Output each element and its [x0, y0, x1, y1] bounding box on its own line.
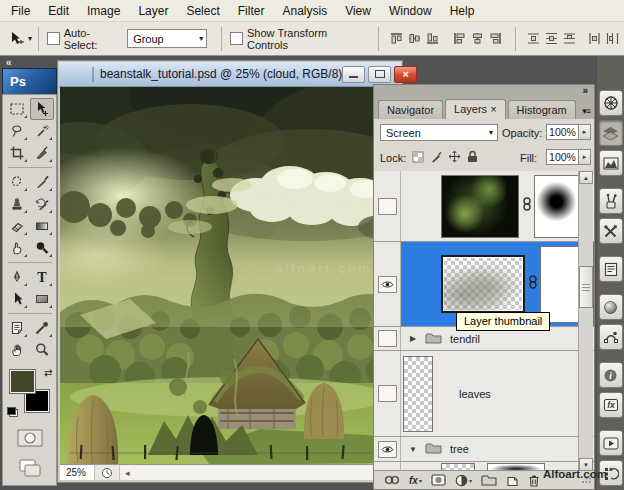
brush-tool[interactable] [30, 171, 54, 193]
scrollbar-thumb[interactable] [579, 266, 593, 308]
tab-histogram[interactable]: Histogram [508, 100, 576, 119]
crop-tool[interactable] [5, 142, 29, 164]
swap-colors-icon[interactable]: ⇄ [44, 367, 52, 378]
healing-tool[interactable] [5, 171, 29, 193]
brushes-panel-icon[interactable] [599, 188, 623, 214]
delete-layer-button[interactable] [528, 474, 540, 487]
layer-row-cloud[interactable] [374, 171, 594, 242]
distribute-left-button[interactable] [587, 31, 602, 46]
align-vcenter-button[interactable] [407, 31, 422, 46]
opacity-value[interactable]: 100% [546, 124, 579, 140]
adjustment-layer-button[interactable]: ▾ [455, 474, 472, 487]
layer-thumbnail[interactable] [441, 175, 519, 238]
menu-window[interactable]: Window [380, 1, 441, 21]
show-transform-checkbox[interactable] [230, 32, 243, 45]
actions-panel-icon[interactable] [599, 430, 623, 456]
panel-menu-icon[interactable]: ▾≡ [582, 106, 590, 116]
layer-name[interactable]: leaves [459, 388, 491, 400]
align-left-button[interactable] [452, 31, 467, 46]
dodge-tool[interactable] [30, 237, 54, 259]
group-name[interactable]: tree [450, 443, 469, 455]
layers-scrollbar[interactable]: ▲ ▼ [578, 171, 593, 471]
visibility-toggle[interactable] [378, 276, 397, 293]
lock-all-icon[interactable] [467, 150, 478, 165]
group-name[interactable]: tendril [450, 333, 480, 345]
auto-select-checkbox[interactable] [47, 32, 60, 45]
lock-position-icon[interactable] [448, 150, 461, 165]
layer-thumbnail[interactable] [403, 356, 433, 432]
default-colors-icon[interactable] [7, 407, 18, 417]
slice-tool[interactable] [30, 142, 54, 164]
styles-panel-icon[interactable]: fx [599, 392, 623, 418]
visibility-toggle[interactable] [378, 385, 397, 402]
menu-file[interactable]: File [2, 1, 39, 21]
tool-presets-panel-icon[interactable] [599, 218, 623, 244]
menu-edit[interactable]: Edit [39, 1, 78, 21]
scroll-up-button[interactable]: ▲ [579, 171, 593, 184]
align-top-button[interactable] [389, 31, 404, 46]
hand-tool[interactable] [5, 339, 29, 361]
distribute-hcenter-button[interactable] [605, 31, 620, 46]
mask-link-icon[interactable] [529, 274, 537, 294]
move-tool-preset[interactable]: ▾ [8, 31, 32, 47]
visibility-toggle[interactable] [378, 198, 397, 215]
menu-help[interactable]: Help [441, 1, 484, 21]
align-bottom-button[interactable] [425, 31, 440, 46]
layer-mask-thumbnail[interactable] [534, 175, 579, 238]
lock-pixels-icon[interactable] [430, 151, 442, 165]
document-titlebar[interactable]: beanstalk_tutorial.psd @ 25% (cloud, RGB… [59, 62, 401, 87]
new-layer-button[interactable] [506, 474, 519, 487]
minimize-button[interactable] [342, 66, 365, 83]
visibility-toggle[interactable] [378, 441, 397, 458]
blend-mode-dropdown[interactable]: Screen ▾ [380, 124, 498, 141]
status-info-icon[interactable] [95, 465, 120, 480]
group-dropdown[interactable]: Group ▾ [127, 29, 207, 48]
eyedropper-tool[interactable] [30, 317, 54, 339]
mask-link-icon[interactable] [523, 196, 531, 216]
distribute-bottom-button[interactable] [562, 31, 577, 46]
maximize-button[interactable] [368, 66, 391, 83]
link-layers-button[interactable] [384, 475, 400, 485]
tab-navigator[interactable]: Navigator [378, 100, 443, 119]
close-button[interactable]: × [394, 66, 417, 83]
fill-arrow-button[interactable]: ▸ [578, 149, 591, 165]
palette-collapse-bar[interactable]: « [2, 56, 57, 68]
group-expanded-icon[interactable]: ▼ [407, 445, 419, 454]
fill-value[interactable]: 100% [546, 149, 579, 165]
tab-layers[interactable]: Layers × [445, 99, 506, 119]
navigator-panel-icon[interactable] [599, 90, 623, 116]
menu-layer[interactable]: Layer [129, 1, 177, 21]
path-selection-tool[interactable] [5, 288, 29, 310]
smudge-tool[interactable] [5, 237, 29, 259]
lasso-tool[interactable] [5, 120, 29, 142]
menu-image[interactable]: Image [78, 1, 129, 21]
screen-mode-button[interactable] [15, 457, 45, 479]
menu-analysis[interactable]: Analysis [273, 1, 336, 21]
pen-tool[interactable] [5, 266, 29, 288]
foreground-color-swatch[interactable] [9, 369, 36, 394]
menu-select[interactable]: Select [177, 1, 228, 21]
group-collapsed-icon[interactable]: ▶ [407, 334, 419, 343]
add-mask-button[interactable] [431, 474, 446, 486]
history-brush-tool[interactable] [30, 193, 54, 215]
new-group-button[interactable] [481, 474, 497, 486]
notes-tool[interactable] [5, 317, 29, 339]
layers-panel-icon[interactable] [599, 120, 623, 146]
move-tool[interactable] [30, 98, 54, 120]
align-right-button[interactable] [488, 31, 503, 46]
color-panel-icon[interactable] [599, 294, 623, 320]
visibility-toggle[interactable] [378, 330, 397, 347]
layer-group-tree[interactable]: ▼ tree [374, 437, 594, 462]
layer-thumbnail[interactable] [441, 255, 525, 313]
shape-tool[interactable] [30, 288, 54, 310]
info-panel-icon[interactable]: i [599, 362, 623, 388]
clone-stamp-tool[interactable] [5, 193, 29, 215]
menu-filter[interactable]: Filter [229, 1, 274, 21]
canvas[interactable]: alfoart.com [60, 87, 403, 469]
layer-comps-panel-icon[interactable] [599, 256, 623, 282]
zoom-tool[interactable] [30, 339, 54, 361]
gradient-tool[interactable] [30, 215, 54, 237]
histogram-panel-icon[interactable] [599, 150, 623, 176]
quick-mask-button[interactable] [15, 427, 45, 449]
layer-style-button[interactable]: fx▾ [409, 475, 422, 486]
